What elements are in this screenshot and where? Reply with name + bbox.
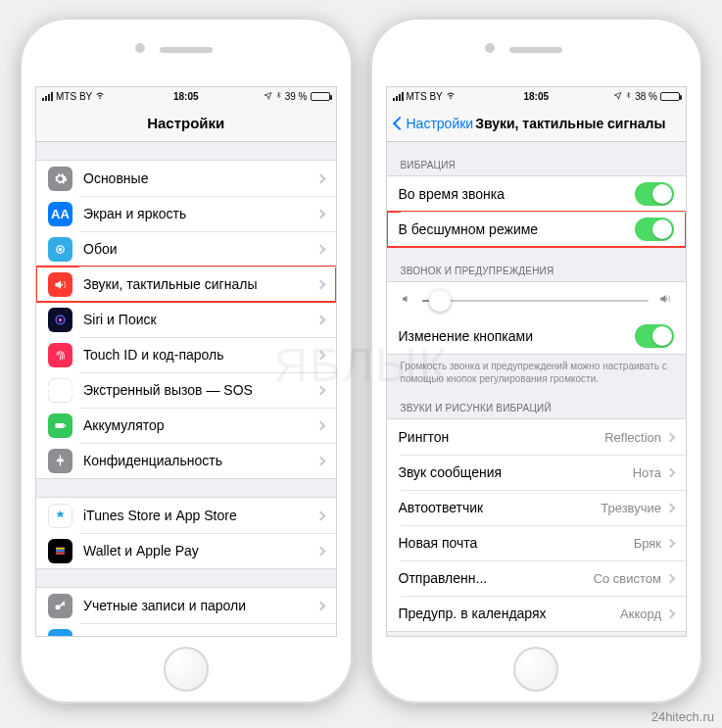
chevron-right-icon xyxy=(666,573,676,583)
row-label: Wallet и Apple Pay xyxy=(83,543,317,558)
page-title: Звуки, тактильные сигналы xyxy=(473,116,678,131)
chevron-right-icon xyxy=(315,244,325,254)
settings-row-battery[interactable]: Аккумулятор xyxy=(36,408,336,443)
row-label: Новая почта xyxy=(399,535,634,551)
row-vibrate-on-silent[interactable]: В бесшумном режиме xyxy=(387,212,687,247)
chevron-right-icon xyxy=(315,315,325,324)
sound-row[interactable]: Отправленн...Со свистом xyxy=(387,560,687,596)
sound-row[interactable]: Предупр. в календаряхАккорд xyxy=(387,596,687,631)
chevron-right-icon xyxy=(315,173,325,183)
chevron-right-icon xyxy=(315,456,325,465)
settings-row-mail[interactable]: Почта xyxy=(36,623,336,636)
home-button[interactable] xyxy=(513,647,558,692)
toggle-vibrate-on-ring[interactable] xyxy=(635,182,674,206)
section-header-vibration: ВИБРАЦИЯ xyxy=(387,160,687,175)
chevron-right-icon xyxy=(666,538,676,548)
back-button[interactable]: Настройки xyxy=(395,116,474,131)
slider-thumb[interactable] xyxy=(429,290,451,312)
key-icon xyxy=(48,594,72,618)
sound-row[interactable]: АвтоответчикТрезвучие xyxy=(387,490,687,525)
battery-icon xyxy=(311,92,330,101)
settings-row-privacy[interactable]: Конфиденциальность xyxy=(36,443,336,478)
settings-row-touchid[interactable]: Touch ID и код-пароль xyxy=(36,337,336,372)
section-header-sounds: ЗВУКИ И РИСУНКИ ВИБРАЦИЙ xyxy=(387,403,687,418)
row-label: Учетные записи и пароли xyxy=(83,598,317,613)
battery-icon xyxy=(48,413,72,438)
nav-bar: Настройки xyxy=(36,105,336,142)
location-icon xyxy=(264,91,272,102)
row-label: Отправленн... xyxy=(399,570,594,586)
toggle-vibrate-on-silent[interactable] xyxy=(635,218,674,241)
row-label: Предупр. в календарях xyxy=(399,606,621,621)
status-time: 18:05 xyxy=(173,91,199,102)
row-label: Основные xyxy=(83,170,317,186)
bluetooth-icon xyxy=(275,90,282,102)
page-title: Настройки xyxy=(36,115,336,131)
row-change-with-buttons[interactable]: Изменение кнопками xyxy=(387,318,687,354)
settings-row-sos[interactable]: SOS Экстренный вызов — SOS xyxy=(36,372,336,408)
volume-slider[interactable] xyxy=(422,300,650,302)
settings-row-sounds[interactable]: Звуки, тактильные сигналы xyxy=(36,267,336,302)
sound-row[interactable]: Новая почтаБряк xyxy=(387,525,687,560)
sounds-content[interactable]: ВИБРАЦИЯ Во время звонка В бесшумном реж… xyxy=(387,142,687,636)
chevron-right-icon xyxy=(315,420,325,430)
sound-row[interactable]: РингтонReflection xyxy=(387,419,687,455)
privacy-icon xyxy=(48,449,72,473)
settings-row-display[interactable]: AA Экран и яркость xyxy=(36,196,336,231)
status-time: 18:05 xyxy=(523,91,549,102)
text-size-icon: AA xyxy=(48,202,72,226)
chevron-right-icon xyxy=(315,510,325,520)
svg-point-3 xyxy=(59,317,63,321)
chevron-left-icon xyxy=(392,116,406,129)
chevron-right-icon xyxy=(315,350,325,360)
sound-row[interactable]: Звук сообщенияНота xyxy=(387,455,687,490)
watermark-corner: 24hitech.ru xyxy=(651,709,714,724)
settings-row-wallet[interactable]: Wallet и Apple Pay xyxy=(36,533,336,568)
appstore-icon xyxy=(48,504,72,528)
phone-left: MTS BY 18:05 39 % xyxy=(20,18,353,704)
row-label: Рингтон xyxy=(399,429,605,445)
row-label: iTunes Store и App Store xyxy=(83,508,317,523)
row-label: Обои xyxy=(83,241,317,257)
home-button[interactable] xyxy=(164,647,209,692)
row-detail: Reflection xyxy=(604,430,661,445)
row-vibrate-on-ring[interactable]: Во время звонка xyxy=(387,176,687,212)
svg-rect-9 xyxy=(56,552,65,554)
chevron-right-icon xyxy=(666,608,676,618)
svg-point-1 xyxy=(59,248,62,251)
screen-sounds: MTS BY 18:05 38 % xyxy=(386,86,688,637)
mail-icon xyxy=(48,629,72,637)
settings-row-wallpaper[interactable]: Обои xyxy=(36,231,336,267)
chevron-right-icon xyxy=(666,432,676,442)
settings-list[interactable]: Основные AA Экран и яркость Обои xyxy=(36,142,336,636)
row-detail: Трезвучие xyxy=(601,501,661,515)
settings-row-siri[interactable]: Siri и Поиск xyxy=(36,302,336,337)
row-detail: Со свистом xyxy=(594,571,661,586)
status-bar: MTS BY 18:05 38 % xyxy=(387,87,687,105)
wifi-icon xyxy=(95,90,105,102)
nav-bar: Настройки Звуки, тактильные сигналы xyxy=(387,105,687,142)
status-bar: MTS BY 18:05 39 % xyxy=(36,87,336,105)
location-icon xyxy=(613,91,622,102)
back-label: Настройки xyxy=(407,116,474,131)
siri-icon xyxy=(48,308,72,332)
touchid-icon xyxy=(48,343,72,367)
chevron-right-icon xyxy=(315,209,325,218)
toggle-change-with-buttons[interactable] xyxy=(635,324,674,348)
chevron-right-icon xyxy=(315,546,325,556)
settings-row-general[interactable]: Основные xyxy=(36,161,336,196)
row-detail: Бряк xyxy=(634,536,661,551)
row-label: В бесшумном режиме xyxy=(399,221,636,237)
row-label: Конфиденциальность xyxy=(83,453,317,468)
battery-percent: 38 % xyxy=(635,91,657,102)
signal-icon xyxy=(393,92,404,101)
row-label: Siri и Поиск xyxy=(83,312,317,327)
volume-high-icon xyxy=(658,292,672,309)
settings-row-accounts[interactable]: Учетные записи и пароли xyxy=(36,588,336,623)
chevron-right-icon xyxy=(315,385,325,395)
row-label: Экран и яркость xyxy=(83,206,317,221)
battery-icon xyxy=(660,92,680,101)
carrier-label: MTS BY xyxy=(56,91,92,102)
settings-row-itunes[interactable]: iTunes Store и App Store xyxy=(36,498,336,533)
wallpaper-icon xyxy=(48,237,72,262)
